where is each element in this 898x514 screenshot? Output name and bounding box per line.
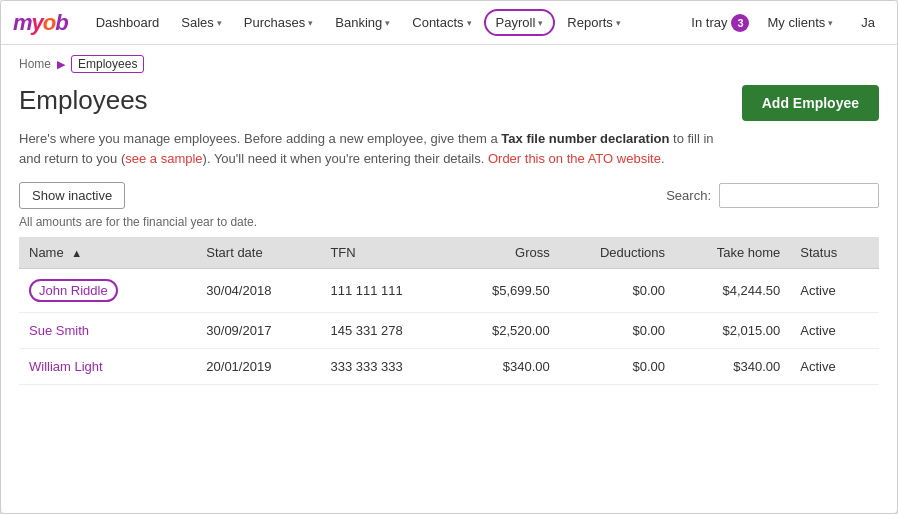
employee-table-body: John Riddle30/04/2018111 111 111$5,699.5… — [19, 269, 879, 385]
nav-sales[interactable]: Sales ▾ — [171, 11, 232, 34]
col-header-take-home: Take home — [675, 237, 790, 269]
main-content: Employees Add Employee Here's where you … — [1, 79, 897, 403]
nav-myclients[interactable]: My clients ▾ — [757, 11, 843, 34]
toolbar: Show inactive Search: — [19, 182, 879, 209]
nav-contacts[interactable]: Contacts ▾ — [402, 11, 481, 34]
nav-right: In tray 3 My clients ▾ Ja — [691, 11, 885, 34]
employee-gross: $5,699.50 — [445, 269, 560, 313]
chevron-down-icon: ▾ — [616, 18, 621, 28]
col-header-gross: Gross — [445, 237, 560, 269]
employee-tfn: 333 333 333 — [320, 349, 444, 385]
page-title: Employees — [19, 85, 148, 116]
fy-note: All amounts are for the financial year t… — [19, 215, 879, 229]
employee-name-cell: William Light — [19, 349, 196, 385]
nav-items: Dashboard Sales ▾ Purchases ▾ Banking ▾ … — [86, 9, 692, 36]
page-description: Here's where you manage employees. Befor… — [19, 129, 719, 168]
breadcrumb: Home ▶ Employees — [1, 45, 897, 79]
nav-banking[interactable]: Banking ▾ — [325, 11, 400, 34]
employee-gross: $2,520.00 — [445, 313, 560, 349]
employee-deductions: $0.00 — [560, 269, 675, 313]
chevron-down-icon: ▾ — [828, 18, 833, 28]
top-navigation: myob Dashboard Sales ▾ Purchases ▾ Banki… — [1, 1, 897, 45]
col-header-deductions: Deductions — [560, 237, 675, 269]
employee-gross: $340.00 — [445, 349, 560, 385]
employee-deductions: $0.00 — [560, 313, 675, 349]
intray-badge: 3 — [731, 14, 749, 32]
sort-arrow-icon: ▲ — [71, 247, 82, 259]
employee-name-link[interactable]: Sue Smith — [29, 323, 89, 338]
employee-start-date: 30/09/2017 — [196, 313, 320, 349]
search-area: Search: — [666, 183, 879, 208]
chevron-down-icon: ▾ — [385, 18, 390, 28]
employee-name-cell: John Riddle — [19, 269, 196, 313]
employee-deductions: $0.00 — [560, 349, 675, 385]
employee-take-home: $340.00 — [675, 349, 790, 385]
employee-tfn: 145 331 278 — [320, 313, 444, 349]
chevron-down-icon: ▾ — [217, 18, 222, 28]
breadcrumb-home[interactable]: Home — [19, 57, 51, 71]
chevron-down-icon: ▾ — [467, 18, 472, 28]
table-header-row: Name ▲ Start date TFN Gross Deductions — [19, 237, 879, 269]
nav-reports[interactable]: Reports ▾ — [557, 11, 631, 34]
search-input[interactable] — [719, 183, 879, 208]
table-row: John Riddle30/04/2018111 111 111$5,699.5… — [19, 269, 879, 313]
col-header-status: Status — [790, 237, 879, 269]
chevron-down-icon: ▾ — [538, 18, 543, 28]
app-window: myob Dashboard Sales ▾ Purchases ▾ Banki… — [0, 0, 898, 514]
employee-table: Name ▲ Start date TFN Gross Deductions — [19, 237, 879, 385]
show-inactive-button[interactable]: Show inactive — [19, 182, 125, 209]
employee-start-date: 20/01/2019 — [196, 349, 320, 385]
col-header-name[interactable]: Name ▲ — [19, 237, 196, 269]
employee-take-home: $2,015.00 — [675, 313, 790, 349]
employee-name-link[interactable]: William Light — [29, 359, 103, 374]
add-employee-button[interactable]: Add Employee — [742, 85, 879, 121]
employee-take-home: $4,244.50 — [675, 269, 790, 313]
employee-name-cell: Sue Smith — [19, 313, 196, 349]
search-label: Search: — [666, 188, 711, 203]
nav-payroll[interactable]: Payroll ▾ — [484, 9, 556, 36]
employee-tfn: 111 111 111 — [320, 269, 444, 313]
ato-website-link[interactable]: Order this on the ATO website — [488, 151, 661, 166]
employee-status: Active — [790, 349, 879, 385]
nav-dashboard[interactable]: Dashboard — [86, 11, 170, 34]
chevron-down-icon: ▾ — [308, 18, 313, 28]
page-header: Employees Add Employee — [19, 85, 879, 121]
intray-button[interactable]: In tray 3 — [691, 14, 749, 32]
col-header-tfn: TFN — [320, 237, 444, 269]
table-row: William Light20/01/2019333 333 333$340.0… — [19, 349, 879, 385]
breadcrumb-current: Employees — [71, 55, 144, 73]
employee-name-link[interactable]: John Riddle — [29, 279, 118, 302]
table-row: Sue Smith30/09/2017145 331 278$2,520.00$… — [19, 313, 879, 349]
nav-purchases[interactable]: Purchases ▾ — [234, 11, 323, 34]
breadcrumb-arrow: ▶ — [57, 58, 65, 71]
nav-user[interactable]: Ja — [851, 11, 885, 34]
myob-logo[interactable]: myob — [13, 10, 68, 36]
employee-start-date: 30/04/2018 — [196, 269, 320, 313]
see-sample-link[interactable]: see a sample — [125, 151, 202, 166]
employee-status: Active — [790, 313, 879, 349]
employee-status: Active — [790, 269, 879, 313]
col-header-start-date: Start date — [196, 237, 320, 269]
